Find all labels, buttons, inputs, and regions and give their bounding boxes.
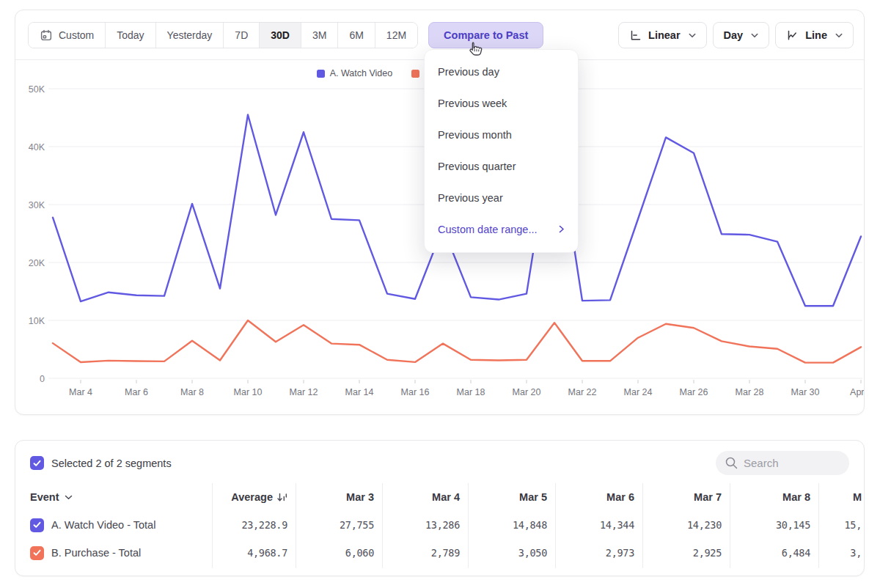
cell-value: 14,230 — [642, 511, 730, 539]
menu-previous-month[interactable]: Previous month — [425, 119, 578, 150]
compare-to-past-menu: Previous day Previous week Previous mont… — [424, 49, 579, 253]
legend-item[interactable]: A. Watch Video — [317, 68, 392, 78]
svg-text:Mar 22: Mar 22 — [568, 387, 597, 397]
menu-previous-quarter[interactable]: Previous quarter — [425, 150, 578, 182]
search-icon — [725, 456, 738, 470]
column-header-clipped: M — [818, 483, 864, 511]
row-label: A. Watch Video - Total — [51, 519, 155, 531]
table-row-purchase[interactable]: B. Purchase - Total — [15, 539, 212, 567]
cell-value: 6,060 — [296, 539, 382, 567]
row-checkbox[interactable] — [30, 546, 44, 560]
svg-text:20K: 20K — [29, 258, 45, 268]
range-yesterday[interactable]: Yesterday — [156, 23, 224, 48]
chevron-down-icon — [751, 33, 758, 38]
svg-text:40K: 40K — [29, 142, 45, 152]
chevron-down-icon — [689, 33, 696, 38]
sort-descending-icon — [277, 493, 287, 502]
table-row-watch-video[interactable]: A. Watch Video - Total — [15, 511, 212, 539]
compare-to-past-button[interactable]: Compare to Past — [428, 22, 543, 48]
range-custom[interactable]: Custom — [29, 23, 106, 48]
menu-previous-year[interactable]: Previous year — [425, 182, 578, 213]
linear-axis-icon — [629, 29, 642, 42]
cell-value: 6,484 — [730, 539, 818, 567]
svg-text:Mar 20: Mar 20 — [513, 387, 541, 397]
cell-value: 27,755 — [296, 511, 382, 539]
svg-text:Apr 1: Apr 1 — [850, 387, 864, 397]
line-chart-icon — [786, 29, 799, 42]
cell-average: 4,968.7 — [212, 539, 296, 567]
chart-type-dropdown[interactable]: Line — [775, 22, 854, 48]
cell-value: 2,789 — [382, 539, 468, 567]
cell-value: 2,973 — [555, 539, 642, 567]
column-header[interactable]: Mar 7 — [642, 483, 730, 511]
segments-card: Selected 2 of 2 segments Event Average — [15, 440, 865, 576]
column-divider — [642, 483, 643, 568]
date-range-control: Custom Today Yesterday 7D 30D 3M 6M 12M — [28, 22, 418, 48]
svg-text:50K: 50K — [29, 84, 45, 95]
column-divider — [730, 483, 730, 568]
column-divider — [468, 483, 469, 568]
cell-value: 14,848 — [468, 511, 555, 539]
column-divider — [212, 483, 213, 568]
column-divider — [382, 483, 383, 568]
row-label: B. Purchase - Total — [51, 547, 141, 559]
segments-table: Event Average Mar 3 Mar 4 Mar 5 Mar 6 Ma… — [15, 483, 864, 567]
row-checkbox[interactable] — [30, 518, 44, 532]
cell-value-clipped: 3, — [818, 539, 864, 567]
cell-value-clipped: 15, — [818, 511, 864, 539]
svg-text:0: 0 — [40, 374, 45, 384]
check-icon — [33, 549, 41, 556]
check-icon — [33, 521, 41, 529]
svg-text:Mar 8: Mar 8 — [180, 387, 204, 397]
legend-swatch-icon — [317, 70, 325, 78]
y-axis-scale-dropdown[interactable]: Linear — [618, 22, 707, 48]
svg-text:10K: 10K — [29, 316, 45, 326]
chart-card: Custom Today Yesterday 7D 30D 3M 6M 12M … — [15, 10, 865, 415]
range-30d[interactable]: 30D — [260, 23, 301, 48]
range-today[interactable]: Today — [106, 23, 155, 48]
column-header[interactable]: Mar 6 — [555, 483, 642, 511]
range-12m[interactable]: 12M — [375, 23, 417, 48]
column-header[interactable]: Mar 3 — [296, 483, 382, 511]
svg-text:Mar 6: Mar 6 — [125, 387, 148, 397]
svg-text:Mar 30: Mar 30 — [791, 387, 820, 397]
cell-value: 13,286 — [382, 511, 468, 539]
svg-text:30K: 30K — [29, 200, 45, 210]
toolbar: Custom Today Yesterday 7D 30D 3M 6M 12M … — [15, 22, 864, 48]
svg-text:Mar 12: Mar 12 — [290, 387, 318, 397]
chevron-down-icon — [65, 495, 73, 500]
column-divider — [555, 483, 556, 568]
column-divider — [296, 483, 296, 568]
svg-text:Mar 18: Mar 18 — [457, 387, 485, 397]
cell-value: 3,050 — [468, 539, 555, 567]
column-header-average[interactable]: Average — [212, 483, 296, 511]
column-header[interactable]: Mar 8 — [730, 483, 818, 511]
cell-average: 23,228.9 — [212, 511, 296, 539]
interval-dropdown[interactable]: Day — [713, 22, 770, 48]
menu-previous-day[interactable]: Previous day — [425, 56, 578, 87]
svg-text:Mar 10: Mar 10 — [234, 387, 263, 397]
check-icon — [33, 460, 41, 467]
column-header[interactable]: Mar 5 — [468, 483, 555, 511]
cell-value: 30,145 — [730, 511, 818, 539]
range-3m[interactable]: 3M — [301, 23, 338, 48]
menu-previous-week[interactable]: Previous week — [425, 87, 578, 119]
svg-text:Mar 16: Mar 16 — [401, 387, 430, 397]
range-6m[interactable]: 6M — [338, 23, 375, 48]
svg-text:Mar 24: Mar 24 — [624, 387, 653, 397]
calendar-icon — [40, 29, 53, 42]
range-custom-label: Custom — [59, 29, 94, 41]
legend-label: A. Watch Video — [330, 68, 392, 78]
svg-text:Mar 14: Mar 14 — [345, 387, 374, 397]
column-header-event[interactable]: Event — [15, 483, 212, 511]
segments-selected-label: Selected 2 of 2 segments — [51, 457, 172, 469]
select-all-checkbox[interactable] — [30, 456, 44, 470]
column-header[interactable]: Mar 4 — [382, 483, 468, 511]
menu-custom-date-range[interactable]: Custom date range... — [425, 213, 578, 245]
legend-swatch-icon — [411, 70, 419, 78]
range-7d[interactable]: 7D — [224, 23, 260, 48]
column-divider — [818, 483, 819, 568]
cell-value: 2,925 — [642, 539, 730, 567]
svg-text:Mar 28: Mar 28 — [736, 387, 764, 397]
chart-legend: A. Watch VideoB. Purchase — [15, 68, 820, 78]
